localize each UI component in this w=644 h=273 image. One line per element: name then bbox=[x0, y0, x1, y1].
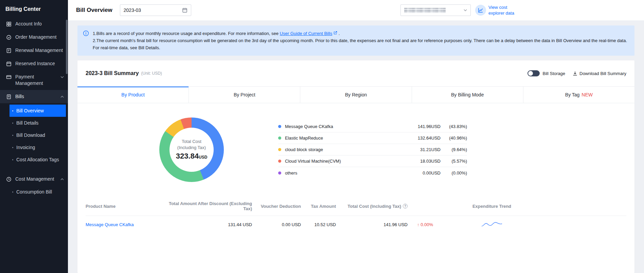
card-header: 2023-3 Bill Summary (Unit: USD) Bill Sto… bbox=[77, 60, 634, 87]
table-row: Message Queue CKafka 131.44 USD 0.00 USD… bbox=[86, 216, 626, 233]
chart-icon bbox=[475, 5, 486, 16]
banner-text: 1.Bills are a record of your monthly res… bbox=[93, 30, 628, 51]
sidebar-scrollbar[interactable] bbox=[66, 20, 68, 74]
bills-submenu: Bill Overview Bill Details Bill Download… bbox=[0, 103, 68, 168]
sidebar-item-cost-allocation-tags[interactable]: Cost Allocation Tags bbox=[10, 153, 66, 166]
cost-explorer-link[interactable]: View cost explorer data bbox=[475, 4, 518, 16]
chevron-down-icon bbox=[60, 76, 64, 78]
sidebar-item-renewal-management[interactable]: Renewal Management bbox=[0, 44, 68, 57]
sidebar-item-account-info[interactable]: Account Info bbox=[0, 17, 68, 31]
legend-dot bbox=[278, 160, 281, 163]
user-guide-link[interactable]: User Guide of Current Bills bbox=[280, 30, 338, 37]
help-icon[interactable]: ? bbox=[403, 204, 408, 208]
download-label: Download Bill Summary bbox=[579, 71, 626, 76]
bullet-icon bbox=[12, 147, 13, 148]
page-title: Bill Overview bbox=[76, 7, 112, 14]
renewal-management-icon bbox=[6, 48, 12, 53]
legend-percent: (5.57%) bbox=[441, 159, 467, 164]
donut-chart-wrap: Total Cost (Including Tax) 323.84USD bbox=[159, 117, 224, 182]
legend-label: cloud block storage bbox=[285, 147, 323, 152]
sidebar-item-consumption-bill[interactable]: Consumption Bill bbox=[10, 186, 66, 198]
account-info-icon bbox=[6, 21, 12, 27]
new-badge: NEW bbox=[582, 92, 593, 97]
sidebar-item-order-management[interactable]: Order Management bbox=[0, 31, 68, 44]
sidebar-item-label: Bills bbox=[15, 93, 24, 100]
legend-label: Elastic MapReduce bbox=[285, 135, 323, 141]
card-unit: (Unit: USD) bbox=[141, 71, 162, 76]
calendar-icon bbox=[182, 7, 187, 13]
bullet-icon bbox=[12, 192, 13, 193]
reserved-instance-icon bbox=[6, 61, 12, 67]
donut-center-label: Total Cost bbox=[182, 139, 201, 145]
legend-amount: 18.03USD bbox=[420, 159, 441, 164]
bill-storage-toggle[interactable] bbox=[527, 70, 540, 76]
topbar: Bill Overview 2023-03 View cost explorer… bbox=[68, 0, 644, 20]
tab-by-project[interactable]: By Project bbox=[189, 87, 300, 103]
content-area: 1.Bills are a record of your monthly res… bbox=[68, 20, 644, 273]
sidebar-item-cost-management[interactable]: Cost Management bbox=[0, 172, 68, 186]
bill-storage-label: Bill Storage bbox=[543, 71, 565, 76]
account-name-redacted bbox=[404, 8, 446, 13]
tab-by-region[interactable]: By Region bbox=[300, 87, 412, 103]
tab-by-billing-mode[interactable]: By Billing Mode bbox=[412, 87, 523, 103]
sidebar-item-payment-management[interactable]: Payment Management bbox=[0, 70, 68, 90]
account-selector[interactable] bbox=[400, 4, 471, 16]
col-after-discount: Total Amount After Discount (Excluding T… bbox=[162, 201, 252, 211]
sparkline-chart bbox=[481, 221, 503, 228]
legend-amount: 132.64USD bbox=[418, 135, 441, 141]
sidebar-item-bills[interactable]: Bills bbox=[0, 90, 68, 103]
order-management-icon bbox=[6, 35, 12, 40]
legend-percent: (0.00%) bbox=[441, 170, 467, 176]
legend-label: others bbox=[285, 170, 297, 176]
legend-label: Cloud Virtual Machine(CVM) bbox=[285, 159, 341, 164]
sidebar-subitem-label: Consumption Bill bbox=[16, 189, 52, 195]
sidebar-subitem-label: Bill Details bbox=[16, 120, 38, 126]
sidebar-item-label: Account Info bbox=[15, 21, 42, 27]
chevron-up-icon bbox=[60, 178, 64, 180]
main-area: Bill Overview 2023-03 View cost explorer… bbox=[68, 0, 644, 273]
chart-legend: Message Queue CKafka 141.96USD (43.83%) … bbox=[278, 121, 467, 179]
sidebar-item-label: Renewal Management bbox=[15, 47, 63, 54]
legend-amount: 0.00USD bbox=[423, 170, 441, 176]
product-link[interactable]: Message Queue CKafka bbox=[86, 222, 134, 227]
cell-sparkline bbox=[450, 221, 534, 228]
cost-explorer-label: View cost explorer data bbox=[488, 4, 518, 16]
sidebar-subitem-label: Bill Download bbox=[16, 132, 45, 138]
toggle-knob bbox=[528, 71, 533, 76]
bills-icon bbox=[6, 94, 12, 99]
col-expenditure-trend: Expenditure Trend bbox=[450, 204, 534, 209]
col-voucher-deduction: Voucher Deduction bbox=[252, 204, 301, 209]
legend-percent: (9.64%) bbox=[441, 147, 467, 152]
summary-tabs: By Product By Project By Region By Billi… bbox=[77, 87, 634, 103]
chart-section: Total Cost (Including Tax) 323.84USD Mes… bbox=[77, 103, 634, 194]
bullet-icon bbox=[12, 159, 13, 160]
col-product-name: Product Name bbox=[86, 204, 162, 209]
legend-item: Cloud Virtual Machine(CVM) 18.03USD (5.5… bbox=[278, 156, 467, 167]
tab-by-tag[interactable]: By TagNEW bbox=[523, 87, 634, 103]
sidebar-item-bill-overview[interactable]: Bill Overview bbox=[10, 105, 66, 117]
tab-by-product[interactable]: By Product bbox=[77, 87, 189, 103]
col-total-cost: Total Cost (Including Tax)? bbox=[336, 204, 408, 209]
payment-management-icon bbox=[6, 74, 12, 80]
sidebar-item-label: Reserved Instance bbox=[15, 60, 55, 67]
download-bill-summary-button[interactable]: Download Bill Summary bbox=[573, 71, 626, 76]
chevron-down-icon bbox=[464, 9, 467, 11]
donut-center: Total Cost (Including Tax) 323.84USD bbox=[169, 128, 214, 172]
cell-trend-change: ↑ 0.00% bbox=[408, 222, 450, 227]
sidebar-item-invoicing[interactable]: Invoicing bbox=[10, 141, 66, 153]
donut-center-sublabel: (Including Tax) bbox=[177, 145, 206, 151]
trend-up-icon: ↑ bbox=[417, 222, 419, 227]
sidebar-item-reserved-instance[interactable]: Reserved Instance bbox=[0, 57, 68, 70]
sidebar-item-bill-download[interactable]: Bill Download bbox=[10, 129, 66, 141]
cell-total-cost: 141.96 USD bbox=[336, 222, 408, 227]
sidebar-item-bill-details[interactable]: Bill Details bbox=[10, 117, 66, 129]
month-picker[interactable]: 2023-03 bbox=[120, 4, 191, 16]
info-banner: 1.Bills are a record of your monthly res… bbox=[77, 25, 634, 56]
sidebar-subitem-label: Invoicing bbox=[16, 144, 35, 150]
banner-line2: 2.The current month's final bill for res… bbox=[93, 37, 628, 51]
cell-after-discount: 131.44 USD bbox=[162, 222, 252, 227]
bullet-icon bbox=[12, 135, 13, 136]
donut-total-value: 323.84USD bbox=[176, 152, 208, 161]
legend-item: others 0.00USD (0.00%) bbox=[278, 167, 467, 179]
info-icon bbox=[83, 30, 89, 51]
